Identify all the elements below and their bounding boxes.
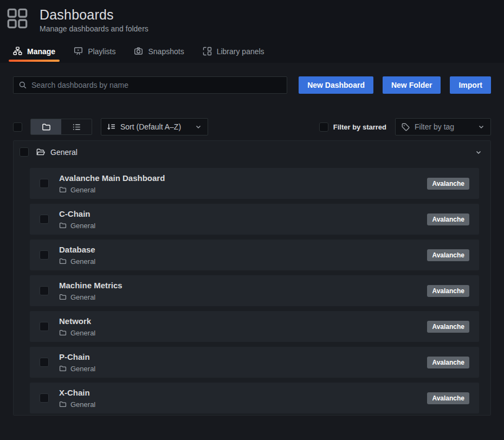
dashboard-folder-label: General: [70, 257, 95, 266]
folder-icon: [59, 257, 67, 265]
folder-name[interactable]: General: [50, 148, 77, 157]
tab-playlists[interactable]: Playlists: [68, 42, 121, 63]
dashboards-apps-icon: [7, 8, 28, 29]
chevron-down-icon: [477, 123, 485, 131]
dashboard-folder-label: General: [70, 186, 95, 194]
filter-tag-select[interactable]: Filter by tag: [395, 118, 491, 135]
dashboard-folder: General: [59, 186, 165, 194]
search-row: New Dashboard New Folder Import: [13, 76, 491, 94]
dashboard-info: P-Chain General: [59, 352, 95, 373]
tab-library-panels-label: Library panels: [217, 47, 264, 56]
new-dashboard-button[interactable]: New Dashboard: [299, 76, 373, 94]
dashboard-tag[interactable]: Avalanche: [427, 249, 469, 261]
dashboard-row-machine-metrics[interactable]: Machine Metrics General Avalanche: [30, 275, 479, 306]
filter-starred-checkbox[interactable]: [319, 122, 328, 132]
dashboard-list: Avalanche Main Dashboard General Avalanc…: [14, 163, 490, 413]
dashboard-info: Network General: [59, 316, 95, 337]
folder-view-toggle[interactable]: [31, 119, 61, 134]
filter-tag-placeholder: Filter by tag: [415, 122, 454, 131]
sort-select[interactable]: Sort (Default A–Z): [101, 118, 208, 135]
dashboard-folder: General: [59, 329, 95, 337]
dashboard-row-database[interactable]: Database General Avalanche: [30, 240, 479, 270]
tab-manage-label: Manage: [27, 47, 55, 56]
folder-icon: [59, 400, 67, 408]
dashboard-tag[interactable]: Avalanche: [427, 321, 469, 333]
dashboard-title[interactable]: Avalanche Main Dashboard: [59, 173, 165, 183]
dashboard-folder: General: [59, 293, 122, 301]
dashboard-title[interactable]: Database: [59, 245, 95, 254]
folder-open-icon: [36, 147, 46, 157]
list-view-toggle[interactable]: [61, 119, 92, 134]
tab-snapshots-label: Snapshots: [148, 47, 184, 56]
folder-header-row[interactable]: General: [14, 141, 490, 163]
dashboard-tag[interactable]: Avalanche: [427, 213, 469, 225]
search-icon: [18, 81, 27, 89]
general-folder-section: General Avalanche Main Dashboard General…: [13, 140, 491, 416]
dashboard-tag[interactable]: Avalanche: [427, 285, 469, 297]
dashboard-row-network[interactable]: Network General Avalanche: [30, 311, 479, 342]
row-checkbox[interactable]: [40, 358, 49, 367]
dashboard-row-x-chain[interactable]: X-Chain General Avalanche: [30, 383, 479, 413]
dashboard-title[interactable]: Network: [59, 316, 95, 326]
row-checkbox[interactable]: [40, 179, 49, 188]
import-button[interactable]: Import: [450, 76, 491, 94]
dashboard-folder-label: General: [70, 222, 95, 230]
chevron-down-icon: [195, 123, 202, 131]
new-folder-button[interactable]: New Folder: [383, 76, 441, 94]
dashboard-tag[interactable]: Avalanche: [427, 357, 469, 368]
dashboard-row-p-chain[interactable]: P-Chain General Avalanche: [30, 347, 479, 378]
dashboard-row-c-chain[interactable]: C-Chain General Avalanche: [30, 204, 479, 235]
dashboard-folder-label: General: [70, 365, 95, 373]
filter-starred-label: Filter by starred: [333, 123, 386, 131]
content: New Dashboard New Folder Import: [0, 63, 504, 432]
search-input[interactable]: [31, 81, 282, 89]
dashboard-info: Machine Metrics General: [59, 281, 122, 301]
folder-icon: [42, 122, 51, 132]
camera-icon: [134, 47, 143, 56]
folder-icon: [59, 186, 67, 193]
folder-icon: [59, 365, 67, 372]
tab-manage[interactable]: Manage: [8, 42, 61, 63]
row-checkbox[interactable]: [40, 250, 49, 260]
dashboard-row-avalanche-main[interactable]: Avalanche Main Dashboard General Avalanc…: [30, 168, 479, 199]
dashboard-folder: General: [59, 222, 95, 230]
sort-amount-down-icon: [107, 122, 116, 132]
tab-library-panels[interactable]: Library panels: [197, 42, 270, 63]
header-text: Dashboards Manage dashboards and folders: [40, 7, 148, 33]
dashboard-tag[interactable]: Avalanche: [427, 392, 469, 404]
chevron-down-icon[interactable]: [475, 148, 482, 156]
sort-select-value: Sort (Default A–Z): [120, 122, 181, 131]
row-checkbox[interactable]: [40, 286, 49, 295]
toolbar: Sort (Default A–Z) Filter by starred Fil…: [13, 118, 491, 135]
row-checkbox[interactable]: [40, 215, 49, 224]
dashboard-info: Database General: [59, 245, 95, 266]
dashboard-title[interactable]: P-Chain: [59, 352, 95, 361]
dashboard-title[interactable]: C-Chain: [59, 209, 95, 218]
library-panel-icon: [203, 47, 212, 56]
page-subtitle: Manage dashboards and folders: [40, 24, 148, 33]
dashboard-folder: General: [59, 365, 95, 373]
list-icon: [72, 122, 81, 132]
dashboard-title[interactable]: X-Chain: [59, 388, 95, 397]
row-checkbox[interactable]: [40, 322, 49, 331]
dashboard-folder: General: [59, 400, 95, 409]
dashboard-info: X-Chain General: [59, 388, 95, 409]
row-checkbox[interactable]: [40, 393, 49, 403]
top-header: Dashboards Manage dashboards and folders…: [0, 0, 504, 63]
folder-checkbox[interactable]: [20, 147, 29, 157]
folder-icon: [59, 222, 67, 229]
sitemap-icon: [13, 47, 22, 56]
presentation-play-icon: [74, 47, 83, 56]
dashboard-folder-label: General: [70, 329, 95, 337]
dashboard-tag[interactable]: Avalanche: [427, 178, 469, 190]
page-title: Dashboards: [40, 7, 148, 23]
dashboard-folder-label: General: [70, 400, 95, 409]
tag-icon: [401, 122, 410, 132]
tab-bar: Manage Playlists Snapshots: [0, 42, 504, 63]
dashboard-title[interactable]: Machine Metrics: [59, 281, 122, 290]
tab-snapshots[interactable]: Snapshots: [128, 42, 189, 63]
select-all-checkbox[interactable]: [13, 122, 22, 132]
view-toggle: [30, 119, 92, 135]
folder-icon: [59, 329, 67, 337]
header-row: Dashboards Manage dashboards and folders: [0, 7, 504, 33]
